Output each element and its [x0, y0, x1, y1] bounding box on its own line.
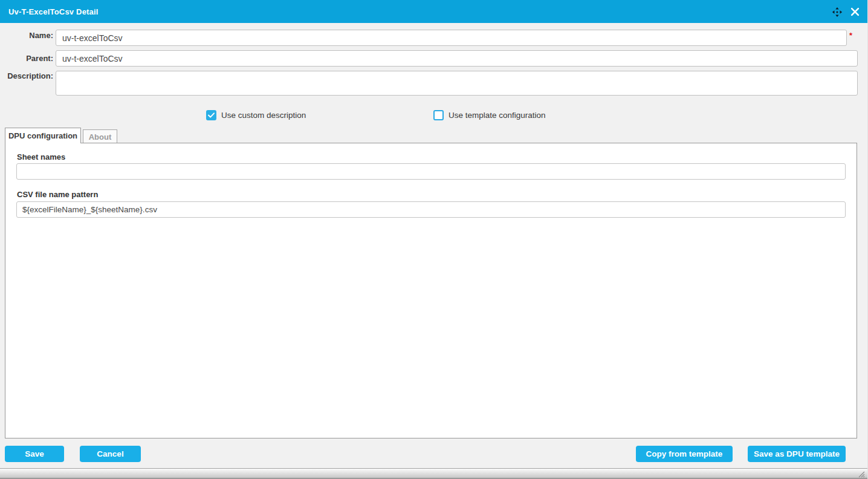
dialog-title: Uv-T-ExcelToCsv Detail	[8, 7, 99, 16]
save-as-dpu-template-button[interactable]: Save as DPU template	[748, 446, 846, 462]
status-bar	[0, 468, 867, 479]
description-textarea[interactable]	[56, 71, 858, 96]
copy-from-template-button[interactable]: Copy from template	[636, 446, 733, 462]
close-icon-glyph	[850, 7, 860, 16]
checkbox-label: Use custom description	[221, 111, 306, 120]
parent-input	[56, 50, 858, 67]
move-icon[interactable]	[831, 6, 843, 18]
use-custom-description-checkbox[interactable]: Use custom description	[206, 109, 306, 121]
dpu-configuration-panel: Sheet names CSV file name pattern	[5, 143, 857, 438]
close-icon[interactable]	[849, 6, 861, 18]
cancel-button[interactable]: Cancel	[80, 446, 141, 462]
name-label: Name:	[0, 31, 53, 40]
resize-grip-icon[interactable]	[858, 469, 865, 477]
sheet-names-label: Sheet names	[17, 152, 65, 161]
description-label: Description:	[0, 71, 53, 80]
use-template-configuration-checkbox[interactable]: Use template configuration	[433, 109, 546, 121]
checkbox-label: Use template configuration	[449, 111, 546, 120]
check-icon	[208, 112, 215, 118]
parent-label: Parent:	[0, 54, 53, 63]
required-asterisk: *	[849, 31, 852, 40]
dpu-detail-dialog: Uv-T-ExcelToCsv Detail Name: * Parent: D…	[0, 0, 868, 479]
save-button[interactable]: Save	[5, 446, 64, 462]
csv-file-name-pattern-input[interactable]	[16, 201, 846, 218]
tab-about[interactable]: About	[83, 129, 117, 143]
tab-dpu-configuration[interactable]: DPU configuration	[5, 128, 81, 143]
move-icon-glyph	[832, 7, 843, 18]
checkbox-box[interactable]	[433, 110, 444, 120]
sheet-names-input[interactable]	[16, 163, 846, 180]
dialog-titlebar[interactable]: Uv-T-ExcelToCsv Detail	[0, 0, 867, 23]
csv-file-name-pattern-label: CSV file name pattern	[17, 190, 98, 199]
name-input[interactable]	[56, 30, 847, 46]
checkbox-box[interactable]	[206, 110, 216, 120]
